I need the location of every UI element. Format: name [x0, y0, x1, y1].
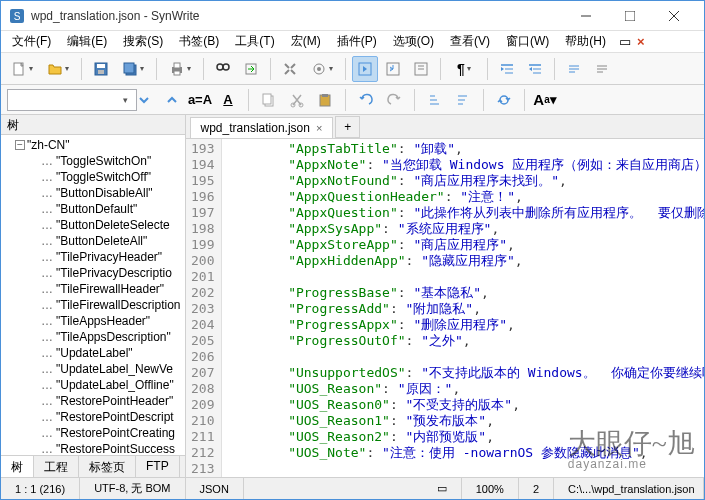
save-all-button[interactable]	[116, 56, 150, 82]
sort-desc-button[interactable]	[451, 88, 475, 112]
menu-tools[interactable]: 工具(T)	[228, 31, 281, 52]
font-size-button[interactable]: Aa▾	[533, 88, 557, 112]
wrap-button[interactable]	[352, 56, 378, 82]
menu-help[interactable]: 帮助(H)	[558, 31, 613, 52]
redo-button[interactable]	[382, 88, 406, 112]
menu-bookmarks[interactable]: 书签(B)	[172, 31, 226, 52]
app-icon: S	[9, 8, 25, 24]
tree-header: 树	[1, 115, 185, 135]
status-readonly-icon[interactable]: ▭	[423, 478, 462, 499]
svg-rect-43	[322, 94, 328, 97]
tree-item[interactable]: "UpdateLabel"	[1, 345, 185, 361]
tree-item[interactable]: "RestorePointHeader"	[1, 393, 185, 409]
code-editor[interactable]: 1931941951961971981992002012022032042052…	[186, 139, 704, 477]
tree-tab-ftp[interactable]: FTP	[136, 456, 180, 477]
status-language[interactable]: JSON	[186, 478, 244, 499]
tree-item[interactable]: "TileAppsHeader"	[1, 313, 185, 329]
find-button[interactable]	[210, 56, 236, 82]
indent-button[interactable]	[494, 56, 520, 82]
undo-button[interactable]	[354, 88, 378, 112]
tree-item[interactable]: "UpdateLabel_Offline"	[1, 377, 185, 393]
tree-tab-project[interactable]: 工程	[34, 456, 79, 477]
tree-item[interactable]: "ButtonDeleteSelecte	[1, 217, 185, 233]
unindent-button[interactable]	[522, 56, 548, 82]
tree-item[interactable]: "TileFirewallDescription	[1, 297, 185, 313]
status-zoom[interactable]: 100%	[462, 478, 519, 499]
tree-item[interactable]: "TilePrivacyDescriptio	[1, 265, 185, 281]
titlebar: S wpd_translation.json - SynWrite	[1, 1, 704, 31]
file-tab-label: wpd_translation.json	[201, 121, 310, 135]
tree-item[interactable]: "ToggleSwitchOff"	[1, 169, 185, 185]
menu-options[interactable]: 选项(O)	[386, 31, 441, 52]
tree-item[interactable]: "ToggleSwitchOn"	[1, 153, 185, 169]
tree-item[interactable]: "RestorePointCreating	[1, 425, 185, 441]
sort-asc-button[interactable]	[423, 88, 447, 112]
tools-button[interactable]	[305, 56, 339, 82]
main-area: 树 −"zh-CN" "ToggleSwitchOn""ToggleSwitch…	[1, 115, 704, 477]
file-tab[interactable]: wpd_translation.json×	[190, 117, 334, 138]
status-encoding[interactable]: UTF-8, 无 BOM	[80, 478, 185, 499]
status-ins[interactable]: 2	[519, 478, 554, 499]
svg-rect-9	[98, 70, 104, 74]
sync-button[interactable]	[492, 88, 516, 112]
status-position[interactable]: 1 : 1 (216)	[1, 478, 80, 499]
paste-button[interactable]	[313, 88, 337, 112]
toolbar-sep	[554, 58, 555, 80]
status-filepath[interactable]: C:\...\wpd_translation.json	[554, 478, 704, 499]
save-button[interactable]	[88, 56, 114, 82]
editor-panel: wpd_translation.json× + 1931941951961971…	[186, 115, 704, 477]
comment-button[interactable]	[561, 56, 587, 82]
maximize-button[interactable]	[608, 2, 652, 30]
menu-close-icon[interactable]: ×	[637, 34, 645, 49]
menu-file[interactable]: 文件(F)	[5, 31, 58, 52]
menu-view[interactable]: 查看(V)	[443, 31, 497, 52]
open-file-button[interactable]	[41, 56, 75, 82]
tree-item[interactable]: "TileAppsDescription"	[1, 329, 185, 345]
search-history-icon[interactable]: ▾	[123, 95, 128, 105]
folding-button[interactable]	[408, 56, 434, 82]
tree-tab-tree[interactable]: 树	[1, 456, 34, 477]
print-button[interactable]	[163, 56, 197, 82]
tree-item[interactable]: "TileFirewallHeader"	[1, 281, 185, 297]
copy-button[interactable]	[257, 88, 281, 112]
tree-item[interactable]: "ButtonDefault"	[1, 201, 185, 217]
toolbar-sep	[483, 89, 484, 111]
collapse-icon[interactable]: −	[15, 140, 25, 150]
toolbar-sep	[345, 89, 346, 111]
close-tab-icon[interactable]: ×	[316, 122, 322, 134]
case-toggle-button[interactable]: a=A	[188, 88, 212, 112]
menu-macros[interactable]: 宏(M)	[284, 31, 328, 52]
wholeword-toggle-button[interactable]: A	[216, 88, 240, 112]
new-tab-button[interactable]: +	[335, 116, 360, 138]
menu-expand-icon[interactable]: ▭	[619, 34, 631, 49]
find-next-button[interactable]	[132, 88, 156, 112]
tree-item[interactable]: "RestorePointSuccess	[1, 441, 185, 455]
goto-button[interactable]	[238, 56, 264, 82]
tree-item[interactable]: "ButtonDeleteAll"	[1, 233, 185, 249]
nonprinting-button[interactable]: ¶	[447, 56, 481, 82]
tree-item[interactable]: "ButtonDisableAll"	[1, 185, 185, 201]
tree-item[interactable]: "UpdateLabel_NewVe	[1, 361, 185, 377]
menu-window[interactable]: 窗口(W)	[499, 31, 556, 52]
cut-button[interactable]	[285, 88, 309, 112]
minimize-button[interactable]	[564, 2, 608, 30]
menubar: 文件(F) 编辑(E) 搜索(S) 书签(B) 工具(T) 宏(M) 插件(P)…	[1, 31, 704, 53]
settings-button[interactable]	[277, 56, 303, 82]
tree-item[interactable]: "RestorePointDescript	[1, 409, 185, 425]
tree-tab-tabs[interactable]: 标签页	[79, 456, 136, 477]
new-file-button[interactable]	[5, 56, 39, 82]
close-button[interactable]	[652, 2, 696, 30]
uncomment-button[interactable]	[589, 56, 615, 82]
tree-body[interactable]: −"zh-CN" "ToggleSwitchOn""ToggleSwitchOf…	[1, 135, 185, 455]
tree-item[interactable]: "TilePrivacyHeader"	[1, 249, 185, 265]
menu-search[interactable]: 搜索(S)	[116, 31, 170, 52]
tree-root[interactable]: −"zh-CN"	[1, 137, 185, 153]
find-prev-button[interactable]	[160, 88, 184, 112]
menu-plugins[interactable]: 插件(P)	[330, 31, 384, 52]
code-area[interactable]: "AppsTabTitle": "卸载", "AppxNote": "当您卸载 …	[222, 139, 704, 477]
menu-edit[interactable]: 编辑(E)	[60, 31, 114, 52]
tree-panel: 树 −"zh-CN" "ToggleSwitchOn""ToggleSwitch…	[1, 115, 186, 477]
svg-rect-14	[174, 71, 180, 75]
search-input[interactable]	[7, 89, 137, 111]
linenumbers-button[interactable]	[380, 56, 406, 82]
